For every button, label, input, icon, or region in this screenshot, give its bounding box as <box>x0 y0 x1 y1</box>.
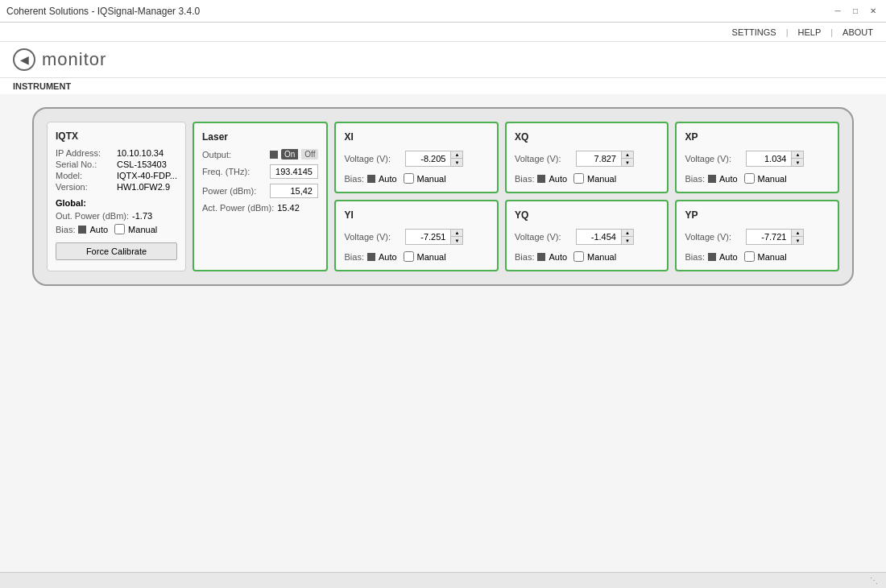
yp-auto-checkbox[interactable] <box>708 253 716 261</box>
yq-auto-checkbox[interactable] <box>537 253 545 261</box>
laser-off-toggle[interactable]: Off <box>301 149 318 159</box>
laser-freq-row: Freq. (THz): 193.4145 <box>202 164 319 179</box>
app-title: Coherent Solutions - IQSignal-Manager 3.… <box>6 6 200 17</box>
xp-auto-checkbox[interactable] <box>708 175 716 183</box>
xi-voltage-spinbox[interactable]: -8.205 ▲ ▼ <box>405 151 463 167</box>
xq-bias-row: Bias: Auto Manual <box>515 173 660 184</box>
xq-spinbox-arrows: ▲ ▼ <box>621 151 633 166</box>
laser-power-value[interactable]: 15,42 <box>270 184 318 198</box>
xi-manual-checkbox[interactable] <box>404 173 414 184</box>
laser-output-row: Output: On Off <box>202 149 319 159</box>
minimize-button[interactable]: ─ <box>831 5 844 18</box>
laser-act-power-value: 15.42 <box>277 203 300 213</box>
xp-panel: XP Voltage (V): 1.034 ▲ ▼ Bias: <box>675 122 839 193</box>
settings-menu[interactable]: SETTINGS <box>729 26 780 39</box>
yp-panel: YP Voltage (V): -7.721 ▲ ▼ Bias: <box>675 200 839 271</box>
yp-manual-checkbox[interactable] <box>744 251 755 262</box>
xi-auto-checkbox[interactable] <box>367 175 375 183</box>
yi-voltage-value: -7.251 <box>406 230 450 243</box>
laser-on-toggle[interactable]: On <box>281 149 298 159</box>
xi-spinbox-arrows: ▲ ▼ <box>450 151 462 166</box>
yi-manual-label: Manual <box>417 252 446 262</box>
yq-voltage-up[interactable]: ▲ <box>622 230 633 237</box>
yp-bias-label: Bias: <box>685 252 704 262</box>
yp-spinbox-arrows: ▲ ▼ <box>791 230 803 244</box>
iqtx-manual-checkbox[interactable] <box>114 224 125 234</box>
yq-voltage-label: Voltage (V): <box>515 232 573 242</box>
iqtx-auto-checkbox[interactable] <box>78 226 86 234</box>
back-icon: ◀ <box>20 53 29 66</box>
xp-voltage-row: Voltage (V): 1.034 ▲ ▼ <box>685 151 830 167</box>
xq-voltage-down[interactable]: ▼ <box>622 159 633 166</box>
serial-value: CSL-153403 <box>117 159 167 169</box>
xp-voltage-down[interactable]: ▼ <box>792 159 803 166</box>
laser-output-indicator <box>270 151 278 159</box>
yi-voltage-down[interactable]: ▼ <box>451 237 462 244</box>
laser-title: Laser <box>202 131 319 143</box>
yi-manual-checkbox[interactable] <box>404 251 414 262</box>
yi-auto-checkbox[interactable] <box>367 253 375 261</box>
xp-auto-label: Auto <box>719 174 738 184</box>
page-header: ◀ monitor <box>0 42 886 78</box>
yp-title: YP <box>685 209 830 221</box>
laser-freq-value[interactable]: 193.4145 <box>270 164 318 179</box>
serial-row: Serial No.: CSL-153403 <box>56 159 177 169</box>
xi-voltage-label: Voltage (V): <box>344 154 402 164</box>
close-button[interactable]: ✕ <box>867 5 880 18</box>
xp-bias-row: Bias: Auto Manual <box>685 173 830 184</box>
laser-output-label: Output: <box>202 150 267 159</box>
help-menu[interactable]: HELP <box>794 26 824 39</box>
force-calibrate-button[interactable]: Force Calibrate <box>56 242 177 260</box>
yq-voltage-row: Voltage (V): -1.454 ▲ ▼ <box>515 229 660 245</box>
xi-title: XI <box>344 131 489 143</box>
xq-auto-checkbox[interactable] <box>537 175 545 183</box>
xp-voltage-value: 1.034 <box>747 152 791 165</box>
xp-manual-checkbox[interactable] <box>744 173 755 184</box>
xp-voltage-up[interactable]: ▲ <box>792 151 803 159</box>
yi-voltage-spinbox[interactable]: -7.251 ▲ ▼ <box>405 229 463 245</box>
xi-voltage-up[interactable]: ▲ <box>451 151 462 159</box>
xq-voltage-spinbox[interactable]: 7.827 ▲ ▼ <box>576 151 634 167</box>
yp-voltage-spinbox[interactable]: -7.721 ▲ ▼ <box>746 229 804 245</box>
yi-bias-label: Bias: <box>344 252 363 262</box>
version-value: HW1.0FW2.9 <box>117 182 170 192</box>
yq-manual-checkbox[interactable] <box>573 251 584 262</box>
xi-voltage-row: Voltage (V): -8.205 ▲ ▼ <box>344 151 489 167</box>
model-value: IQTX-40-FDP... <box>117 171 177 180</box>
menubar: SETTINGS | HELP | ABOUT <box>0 23 886 42</box>
xi-bias-row: Bias: Auto Manual <box>344 173 489 184</box>
yq-voltage-down[interactable]: ▼ <box>622 237 633 244</box>
model-row: Model: IQTX-40-FDP... <box>56 171 177 180</box>
maximize-button[interactable]: □ <box>849 5 862 18</box>
xp-spinbox-arrows: ▲ ▼ <box>791 151 803 166</box>
xi-voltage-down[interactable]: ▼ <box>451 159 462 166</box>
xq-panel: XQ Voltage (V): 7.827 ▲ ▼ Bias: <box>505 122 669 193</box>
xq-manual-checkbox[interactable] <box>573 173 584 184</box>
menu-sep-2: | <box>830 27 833 37</box>
yi-auto-label: Auto <box>379 252 397 262</box>
statusbar: ⋱ <box>0 572 886 588</box>
page-title: monitor <box>42 49 106 70</box>
yi-spinbox-arrows: ▲ ▼ <box>450 230 462 244</box>
yi-voltage-up[interactable]: ▲ <box>451 230 462 237</box>
laser-freq-label: Freq. (THz): <box>202 167 267 176</box>
xq-voltage-up[interactable]: ▲ <box>622 151 633 159</box>
yq-voltage-spinbox[interactable]: -1.454 ▲ ▼ <box>576 229 634 245</box>
yp-voltage-up[interactable]: ▲ <box>792 230 803 237</box>
xq-bias-label: Bias: <box>515 174 534 184</box>
window-controls: ─ □ ✕ <box>831 5 880 18</box>
global-section: Global: Out. Power (dBm): -1.73 Bias: Au… <box>56 198 177 234</box>
laser-act-power-label: Act. Power (dBm): <box>202 203 274 213</box>
yq-manual-label: Manual <box>587 252 616 262</box>
instrument-enclosure: IQTX IP Address: 10.10.10.34 Serial No.:… <box>32 107 854 286</box>
version-row: Version: HW1.0FW2.9 <box>56 182 177 192</box>
about-menu[interactable]: ABOUT <box>839 26 876 39</box>
yp-voltage-down[interactable]: ▼ <box>792 237 803 244</box>
back-button[interactable]: ◀ <box>13 48 35 71</box>
yp-manual-label: Manual <box>758 252 787 262</box>
xp-voltage-spinbox[interactable]: 1.034 ▲ ▼ <box>746 151 804 167</box>
yq-voltage-value: -1.454 <box>577 230 621 243</box>
iqtx-auto-label: Auto <box>89 225 108 234</box>
laser-panel: Laser Output: On Off Freq. (THz): 193.41… <box>193 122 329 271</box>
yq-title: YQ <box>515 209 660 221</box>
